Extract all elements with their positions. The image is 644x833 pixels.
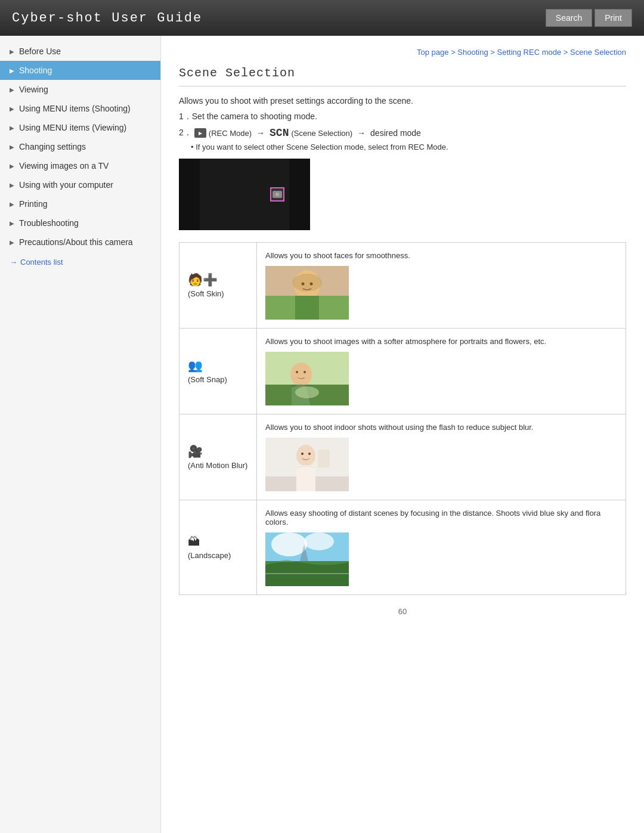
step-2-pre: 2． xyxy=(179,128,192,138)
print-button[interactable]: Print xyxy=(595,9,632,27)
landscape-desc: Allows easy shooting of distant scenes b… xyxy=(265,509,617,527)
svg-point-19 xyxy=(308,453,311,455)
sidebar-item-shooting[interactable]: ▶ Shooting xyxy=(0,61,160,80)
arrow-2: → xyxy=(357,128,366,138)
svg-point-9 xyxy=(290,363,312,386)
sidebar-item-before-use[interactable]: ▶ Before Use xyxy=(0,42,160,61)
arrow-icon: ▶ xyxy=(10,48,14,55)
arrow-1: → xyxy=(256,128,265,138)
svg-point-13 xyxy=(295,386,319,398)
svg-point-11 xyxy=(296,371,298,373)
soft-skin-icon-cell: 🧑➕ (Soft Skin) xyxy=(179,243,257,329)
breadcrumb-text[interactable]: Top page > Shooting > Setting REC mode >… xyxy=(417,48,626,57)
arrow-icon: ▶ xyxy=(10,201,14,208)
arrow-icon: ▶ xyxy=(10,144,14,150)
landscape-icon-cell: 🏔 (Landscape) xyxy=(179,500,257,595)
step-1: 1．Set the camera to shooting mode. xyxy=(179,112,626,122)
app-title: Cyber-shot User Guide xyxy=(12,11,202,26)
sidebar-item-precautions[interactable]: ▶ Precautions/About this camera xyxy=(0,233,160,252)
soft-skin-desc: Allows you to shoot faces for smoothness… xyxy=(265,251,617,260)
soft-snap-desc-cell: Allows you to shoot images with a softer… xyxy=(257,329,626,414)
anti-motion-label: (Anti Motion Blur) xyxy=(188,461,248,470)
svg-point-23 xyxy=(271,532,307,556)
anti-motion-icon-cell: 🎥 (Anti Motion Blur) xyxy=(179,414,257,500)
anti-motion-desc-cell: Allows you to shoot indoor shots without… xyxy=(257,414,626,500)
arrow-icon: ▶ xyxy=(10,239,14,246)
sidebar-item-printing[interactable]: ▶ Printing xyxy=(0,194,160,213)
landscape-photo xyxy=(265,532,349,586)
sidebar-item-changing-settings[interactable]: ▶ Changing settings xyxy=(0,137,160,156)
table-row: 🏔 (Landscape) Allows easy shooting of di… xyxy=(179,500,626,595)
landscape-desc-cell: Allows easy shooting of distant scenes b… xyxy=(257,500,626,595)
soft-snap-icon: 👥 xyxy=(188,358,248,373)
landscape-icon: 🏔 xyxy=(188,535,248,549)
svg-point-18 xyxy=(301,453,304,455)
soft-skin-label: (Soft Skin) xyxy=(188,289,248,298)
breadcrumb: Top page > Shooting > Setting REC mode >… xyxy=(179,48,626,57)
sidebar-item-menu-viewing[interactable]: ▶ Using MENU items (Viewing) xyxy=(0,118,160,137)
search-button[interactable]: Search xyxy=(546,9,592,27)
feature-table: 🧑➕ (Soft Skin) Allows you to shoot faces… xyxy=(179,242,626,595)
anti-motion-desc: Allows you to shoot indoor shots without… xyxy=(265,423,617,432)
landscape-label: (Landscape) xyxy=(188,551,248,560)
soft-snap-desc: Allows you to shoot images with a softer… xyxy=(265,337,617,346)
svg-point-24 xyxy=(304,532,334,550)
arrow-icon: ▶ xyxy=(10,106,14,112)
svg-point-5 xyxy=(302,283,305,286)
rec-mode-highlight xyxy=(270,187,284,202)
table-row: 🎥 (Anti Motion Blur) Allows you to shoot… xyxy=(179,414,626,500)
sidebar-item-tv[interactable]: ▶ Viewing images on a TV xyxy=(0,156,160,175)
camera-screenshot xyxy=(179,159,310,230)
anti-motion-photo xyxy=(265,438,349,491)
contents-list-link[interactable]: Contents list xyxy=(0,252,160,272)
svg-point-12 xyxy=(304,371,306,373)
step-2: 2． (REC Mode) → SCN (Scene Selection) → … xyxy=(179,127,626,139)
svg-point-6 xyxy=(310,283,313,286)
arrow-icon: ▶ xyxy=(10,125,14,131)
cam-left-bar xyxy=(179,159,200,230)
soft-snap-icon-cell: 👥 (Soft Snap) xyxy=(179,329,257,414)
soft-skin-desc-cell: Allows you to shoot faces for smoothness… xyxy=(257,243,626,329)
svg-rect-20 xyxy=(318,450,330,467)
anti-motion-icon: 🎥 xyxy=(188,444,248,459)
arrow-icon: ▶ xyxy=(10,86,14,93)
page-title: Scene Selection xyxy=(179,66,626,86)
camera-icon xyxy=(273,191,282,198)
table-row: 🧑➕ (Soft Skin) Allows you to shoot faces… xyxy=(179,243,626,329)
step-2-scene: (Scene Selection) xyxy=(291,129,352,138)
cam-center xyxy=(200,159,289,230)
sidebar: ▶ Before Use ▶ Shooting ▶ Viewing ▶ Usin… xyxy=(0,36,161,833)
arrow-icon: ▶ xyxy=(10,182,14,188)
table-row: 👥 (Soft Snap) Allows you to shoot images… xyxy=(179,329,626,414)
step-2-post: desired mode xyxy=(370,128,421,138)
svg-point-16 xyxy=(296,445,315,466)
sidebar-item-viewing[interactable]: ▶ Viewing xyxy=(0,80,160,99)
step-2-note: If you want to select other Scene Select… xyxy=(191,143,626,151)
header-buttons: Search Print xyxy=(546,9,632,27)
rec-mode-icon xyxy=(194,128,206,138)
svg-rect-17 xyxy=(296,465,315,491)
arrow-icon: ▶ xyxy=(10,163,14,169)
soft-skin-icon: 🧑➕ xyxy=(188,272,248,287)
cam-right-bar xyxy=(289,159,310,230)
svg-rect-3 xyxy=(295,296,319,320)
scn-text: SCN xyxy=(270,127,289,139)
main-content: Top page > Shooting > Setting REC mode >… xyxy=(161,36,644,833)
arrow-icon: ▶ xyxy=(10,220,14,227)
main-layout: ▶ Before Use ▶ Shooting ▶ Viewing ▶ Usin… xyxy=(0,36,644,833)
sidebar-item-troubleshooting[interactable]: ▶ Troubleshooting xyxy=(0,213,160,233)
page-number: 60 xyxy=(179,607,626,616)
header: Cyber-shot User Guide Search Print xyxy=(0,0,644,36)
sidebar-item-menu-shooting[interactable]: ▶ Using MENU items (Shooting) xyxy=(0,99,160,118)
soft-skin-photo xyxy=(265,266,349,320)
step-2-rec: (REC Mode) xyxy=(209,129,252,138)
arrow-icon: ▶ xyxy=(10,67,14,74)
soft-snap-photo xyxy=(265,352,349,405)
soft-snap-label: (Soft Snap) xyxy=(188,375,248,384)
intro-text: Allows you to shoot with preset settings… xyxy=(179,96,626,106)
sidebar-item-computer[interactable]: ▶ Using with your computer xyxy=(0,175,160,194)
svg-point-4 xyxy=(292,274,322,292)
